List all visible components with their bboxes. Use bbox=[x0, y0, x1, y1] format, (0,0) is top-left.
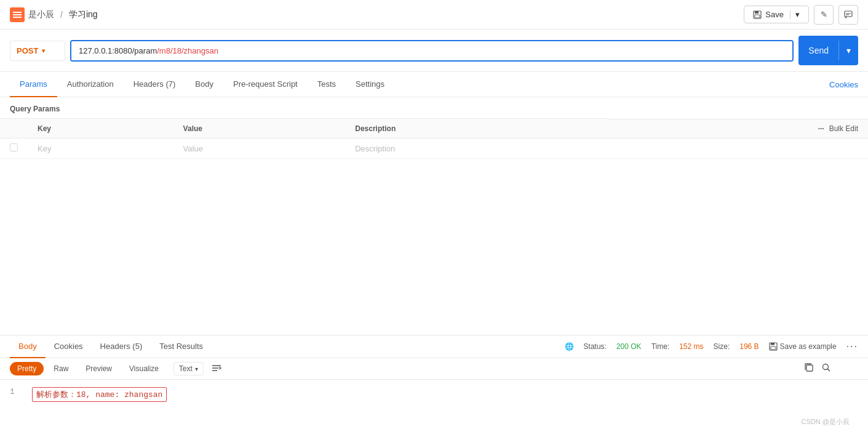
svg-rect-4 bbox=[755, 11, 759, 14]
col-key: Key bbox=[28, 119, 173, 138]
section-title: Query Params bbox=[0, 97, 868, 118]
col-value: Value bbox=[173, 119, 346, 138]
logo-icon bbox=[10, 7, 25, 22]
method-chevron: ▾ bbox=[42, 47, 45, 54]
edit-button[interactable]: ✎ bbox=[814, 5, 834, 25]
tab-cookies[interactable]: Cookies bbox=[829, 80, 858, 89]
tab-settings[interactable]: Settings bbox=[346, 72, 394, 97]
breadcrumb-user: 是小辰 bbox=[28, 9, 54, 20]
save-icon bbox=[753, 10, 762, 19]
bulk-edit-button[interactable]: Bulk Edit bbox=[829, 124, 858, 133]
col-description: Description bbox=[345, 119, 607, 138]
tab-body[interactable]: Body bbox=[185, 72, 223, 97]
breadcrumb-current: 学习ing bbox=[69, 9, 98, 20]
desc-cell[interactable]: Description bbox=[345, 138, 607, 159]
save-dropdown-arrow[interactable]: ▾ bbox=[790, 10, 800, 19]
header-right: Save ▾ ✎ bbox=[744, 5, 858, 25]
params-section: Query Params Key Value Description ··· B… bbox=[0, 97, 868, 159]
save-label: Save bbox=[765, 10, 784, 19]
app-logo: 是小辰 / 学习ing bbox=[10, 7, 98, 22]
more-icon: ··· bbox=[818, 124, 824, 133]
tab-tests[interactable]: Tests bbox=[308, 72, 346, 97]
svg-rect-0 bbox=[13, 12, 22, 13]
tab-headers[interactable]: Headers (7) bbox=[124, 72, 186, 97]
method-value: POST bbox=[17, 46, 38, 55]
tabs-left: Params Authorization Headers (7) Body Pr… bbox=[10, 72, 394, 97]
edit-icon: ✎ bbox=[821, 10, 827, 19]
method-select[interactable]: POST ▾ bbox=[10, 41, 65, 61]
tab-authorization[interactable]: Authorization bbox=[57, 72, 124, 97]
svg-rect-2 bbox=[13, 17, 22, 18]
header: 是小辰 / 学习ing Save ▾ ✎ bbox=[0, 0, 868, 30]
request-tabs: Params Authorization Headers (7) Body Pr… bbox=[0, 72, 868, 97]
send-button[interactable]: Send ▾ bbox=[798, 36, 858, 65]
send-label: Send bbox=[798, 41, 838, 60]
svg-rect-5 bbox=[755, 15, 760, 18]
header-left: 是小辰 / 学习ing bbox=[10, 7, 98, 22]
breadcrumb-separator: / bbox=[60, 10, 63, 20]
key-cell[interactable]: Key bbox=[28, 138, 173, 159]
comment-button[interactable] bbox=[838, 5, 858, 25]
table-row: Key Value Description bbox=[0, 138, 868, 159]
params-table: Key Value Description ··· Bulk Edit Key … bbox=[0, 118, 868, 159]
url-input-wrapper: 127.0.0.1:8080/param/m8/18/zhangsan bbox=[70, 40, 794, 62]
save-button[interactable]: Save ▾ bbox=[744, 6, 809, 23]
url-highlighted: /m8/18/zhangsan bbox=[157, 46, 218, 55]
value-cell[interactable]: Value bbox=[173, 138, 346, 159]
url-bar: POST ▾ 127.0.0.1:8080/param/m8/18/zhangs… bbox=[0, 30, 868, 72]
tab-params[interactable]: Params bbox=[10, 72, 57, 97]
svg-rect-1 bbox=[13, 14, 22, 15]
url-input[interactable]: 127.0.0.1:8080/param/m8/18/zhangsan bbox=[71, 41, 792, 60]
tab-prerequest[interactable]: Pre-request Script bbox=[223, 72, 308, 97]
comment-icon bbox=[844, 10, 853, 19]
row-checkbox[interactable] bbox=[10, 143, 18, 151]
send-dropdown-arrow[interactable]: ▾ bbox=[838, 41, 858, 60]
url-plain: 127.0.0.1:8080/param bbox=[79, 46, 157, 55]
